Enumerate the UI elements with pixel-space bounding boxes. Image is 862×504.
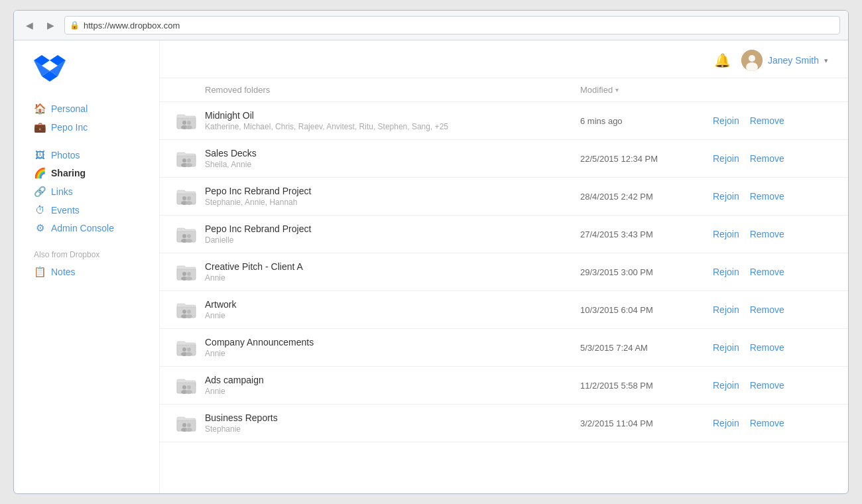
rejoin-button[interactable]: Rejoin — [713, 342, 739, 353]
folder-info: Sales Decks Sheila, Annie — [205, 148, 580, 169]
sidebar-item-events[interactable]: ⏱ Events — [34, 204, 159, 216]
col-modified-header[interactable]: Modified ▾ — [580, 85, 713, 95]
folder-info: Artwork Annie — [205, 299, 580, 320]
sort-arrow-icon: ▾ — [615, 86, 619, 94]
folder-icon-col — [176, 223, 205, 245]
sidebar-item-photos[interactable]: 🖼 Photos — [34, 149, 159, 160]
remove-button[interactable]: Remove — [750, 115, 784, 126]
shared-folder-icon — [176, 148, 197, 169]
sidebar-item-pepoinc[interactable]: 💼 Pepo Inc — [34, 121, 159, 133]
address-bar-wrap: 🔒 — [64, 16, 840, 34]
folder-name: Pepo Inc Rebrand Project — [205, 186, 580, 196]
address-bar[interactable] — [64, 16, 840, 34]
folder-members: Katherine, Michael, Chris, Rajeev, Anvit… — [205, 122, 580, 131]
svg-point-36 — [182, 385, 186, 389]
actions-col: Rejoin Remove — [713, 229, 832, 239]
svg-point-38 — [187, 385, 191, 389]
sidebar-item-notes[interactable]: 📋 Notes — [34, 266, 159, 278]
actions-col: Rejoin Remove — [713, 380, 832, 391]
remove-button[interactable]: Remove — [750, 418, 784, 428]
notes-icon: 📋 — [34, 266, 46, 278]
notification-icon[interactable]: 🔔 — [714, 52, 731, 68]
modified-value: 27/4/2015 3:43 PM — [580, 229, 713, 239]
svg-point-42 — [187, 423, 191, 427]
remove-button[interactable]: Remove — [750, 380, 784, 391]
folder-info: Midnight Oil Katherine, Michael, Chris, … — [205, 110, 580, 131]
browser-toolbar: ◀ ▶ 🔒 — [14, 11, 848, 40]
actions-col: Rejoin Remove — [713, 267, 832, 277]
also-from-label: Also from Dropbox — [34, 250, 159, 259]
remove-button[interactable]: Remove — [750, 267, 784, 277]
folder-icon-col — [176, 110, 205, 131]
table-row: Company Announcements Annie 5/3/2015 7:2… — [160, 329, 848, 367]
folder-icon-col — [176, 261, 205, 283]
actions-col: Rejoin Remove — [713, 342, 832, 353]
shared-folder-icon — [176, 412, 197, 434]
folder-members: Stephanie — [205, 424, 580, 434]
modified-value: 11/2/2015 5:58 PM — [580, 381, 713, 391]
browser-frame: ◀ ▶ 🔒 🏠 Perso — [13, 10, 849, 494]
folder-name: Artwork — [205, 299, 580, 310]
user-info[interactable]: Janey Smith ▾ — [741, 50, 828, 71]
svg-point-30 — [187, 310, 191, 314]
folder-name: Business Reports — [205, 412, 580, 423]
events-icon: ⏱ — [34, 204, 46, 216]
folder-info: Company Announcements Annie — [205, 337, 580, 358]
folder-name: Midnight Oil — [205, 110, 580, 121]
folder-members: Stephanie, Annie, Hannah — [205, 198, 580, 207]
shared-folder-icon — [176, 375, 197, 396]
svg-point-12 — [182, 158, 186, 162]
actions-col: Rejoin Remove — [713, 153, 832, 164]
folder-icon-col — [176, 412, 205, 434]
rejoin-button[interactable]: Rejoin — [713, 267, 739, 277]
svg-point-20 — [182, 234, 186, 238]
modified-value: 6 mins ago — [580, 116, 713, 126]
remove-button[interactable]: Remove — [750, 191, 784, 202]
svg-point-27 — [186, 277, 192, 281]
folder-info: Creative Pitch - Client A Annie — [205, 261, 580, 283]
chevron-down-icon: ▾ — [824, 56, 828, 65]
admin-icon: ⚙ — [34, 222, 46, 234]
folder-name: Creative Pitch - Client A — [205, 261, 580, 272]
svg-point-6 — [749, 55, 755, 62]
svg-point-15 — [186, 163, 192, 167]
remove-button[interactable]: Remove — [750, 229, 784, 239]
folder-icon-col — [176, 337, 205, 358]
sidebar-item-sharing[interactable]: 🌈 Sharing — [34, 167, 159, 179]
rejoin-button[interactable]: Rejoin — [713, 380, 739, 391]
svg-point-22 — [187, 234, 191, 238]
actions-col: Rejoin Remove — [713, 418, 832, 428]
rejoin-button[interactable]: Rejoin — [713, 153, 739, 164]
remove-button[interactable]: Remove — [750, 342, 784, 353]
rejoin-button[interactable]: Rejoin — [713, 418, 739, 428]
avatar — [741, 50, 763, 71]
shared-folder-icon — [176, 223, 197, 245]
folder-info: Pepo Inc Rebrand Project Danielle — [205, 223, 580, 245]
svg-point-32 — [182, 347, 186, 351]
remove-button[interactable]: Remove — [750, 153, 784, 164]
forward-button[interactable]: ▶ — [43, 18, 58, 32]
remove-button[interactable]: Remove — [750, 304, 784, 315]
shared-folder-icon — [176, 261, 197, 283]
svg-point-35 — [186, 352, 192, 356]
table-row: Creative Pitch - Client A Annie 29/3/201… — [160, 253, 848, 291]
sidebar-item-links[interactable]: 🔗 Links — [34, 186, 159, 198]
main-content: 🔔 Janey Smith ▾ — [160, 40, 848, 493]
sidebar-item-admin-console[interactable]: ⚙ Admin Console — [34, 222, 159, 234]
rejoin-button[interactable]: Rejoin — [713, 304, 739, 315]
rejoin-button[interactable]: Rejoin — [713, 229, 739, 239]
photos-icon: 🖼 — [34, 149, 46, 160]
modified-value: 22/5/2015 12:34 PM — [580, 154, 713, 164]
sidebar-item-personal[interactable]: 🏠 Personal — [34, 103, 159, 115]
back-button[interactable]: ◀ — [22, 18, 36, 32]
folder-members: Annie — [205, 349, 580, 358]
folder-info: Business Reports Stephanie — [205, 412, 580, 434]
rejoin-button[interactable]: Rejoin — [713, 115, 739, 126]
svg-point-34 — [187, 347, 191, 351]
rejoin-button[interactable]: Rejoin — [713, 191, 739, 202]
svg-point-19 — [186, 201, 192, 205]
svg-point-16 — [182, 196, 186, 200]
app-header: 🔔 Janey Smith ▾ — [160, 40, 848, 78]
folder-icon-col — [176, 186, 205, 207]
folder-members: Annie — [205, 273, 580, 283]
